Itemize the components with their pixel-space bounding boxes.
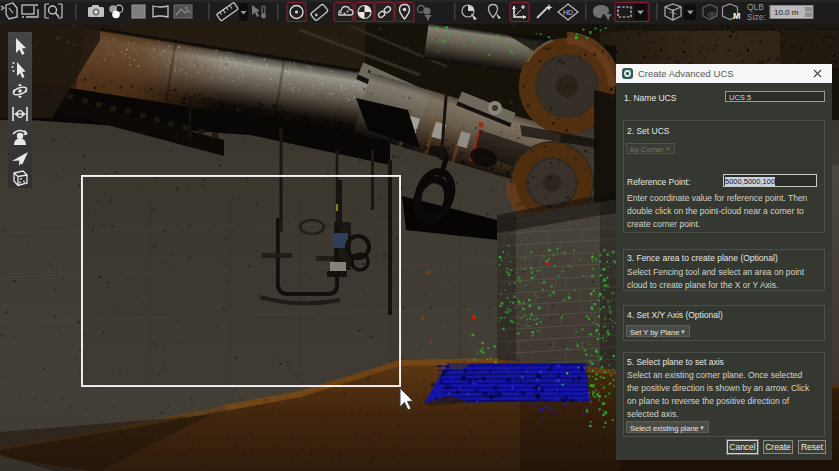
svg-text:10.0 m: 10.0 m: [774, 8, 799, 17]
svg-text:Size:: Size:: [747, 12, 766, 22]
svg-text:M: M: [733, 11, 741, 21]
svg-text:HD: HD: [563, 9, 573, 16]
svg-text:QLB: QLB: [747, 2, 764, 12]
